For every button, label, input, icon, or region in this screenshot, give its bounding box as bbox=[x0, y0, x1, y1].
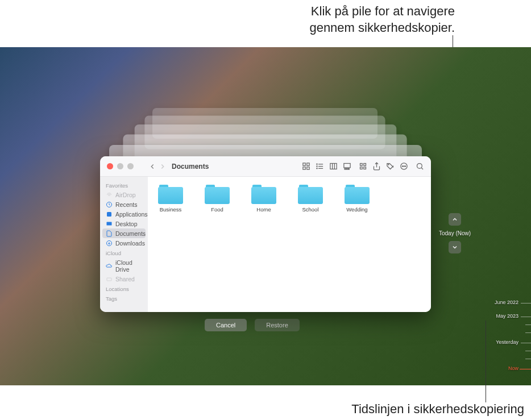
folder-label: Wedding bbox=[346, 206, 367, 213]
svg-rect-20 bbox=[363, 167, 366, 169]
maximize-button[interactable] bbox=[127, 163, 134, 169]
sidebar-item-documents[interactable]: Documents bbox=[102, 228, 146, 238]
sidebar-item-desktop[interactable]: Desktop bbox=[100, 219, 148, 228]
restore-button[interactable]: Restore bbox=[255, 319, 300, 331]
timeline-now-label: Now bbox=[508, 365, 518, 371]
svg-rect-13 bbox=[343, 164, 350, 168]
sidebar-item-applications[interactable]: Applications bbox=[100, 209, 148, 219]
svg-point-24 bbox=[402, 166, 403, 167]
svg-point-7 bbox=[316, 164, 317, 164]
svg-point-25 bbox=[403, 166, 404, 167]
sidebar-section-locations: Locations bbox=[100, 284, 148, 293]
svg-rect-15 bbox=[346, 168, 347, 169]
search-icon[interactable] bbox=[415, 162, 424, 171]
folder-item[interactable]: Food bbox=[200, 185, 234, 213]
svg-point-29 bbox=[109, 194, 110, 196]
svg-rect-3 bbox=[306, 167, 309, 169]
callout-timeline-text: Tidslinjen i sikkerhedskopiering bbox=[351, 402, 524, 417]
svg-rect-16 bbox=[348, 168, 349, 169]
svg-rect-19 bbox=[360, 167, 362, 169]
group-by-icon[interactable] bbox=[358, 162, 367, 171]
folder-item[interactable]: Business bbox=[154, 185, 188, 213]
svg-rect-17 bbox=[360, 164, 362, 166]
finder-titlebar: Documents bbox=[100, 156, 431, 177]
backup-timeline[interactable]: June 2022 May 2023 Yesterday Now bbox=[489, 297, 531, 385]
svg-rect-32 bbox=[107, 222, 112, 225]
svg-point-27 bbox=[417, 164, 422, 169]
view-icons-icon[interactable] bbox=[301, 162, 310, 171]
timeline-nav: Today (Now) bbox=[439, 213, 471, 253]
folder-label: Business bbox=[160, 206, 182, 213]
nav-back-icon[interactable] bbox=[148, 162, 157, 171]
time-machine-desktop: Documents bbox=[0, 47, 531, 385]
sidebar-item-airdrop[interactable]: AirDrop bbox=[100, 190, 148, 199]
svg-rect-18 bbox=[363, 164, 366, 166]
sidebar-section-tags: Tags bbox=[100, 293, 148, 303]
timeline-label: Yesterday bbox=[496, 339, 518, 345]
folder-icon bbox=[158, 185, 183, 204]
timeline-label: May 2023 bbox=[496, 313, 518, 319]
minimize-button[interactable] bbox=[117, 163, 123, 169]
folder-label: Home bbox=[256, 206, 271, 213]
svg-rect-0 bbox=[302, 163, 305, 165]
sidebar-item-icloud-drive[interactable]: iCloud Drive bbox=[100, 257, 148, 274]
folder-icon bbox=[298, 185, 323, 204]
finder-content[interactable]: Business Food Home School Wedding bbox=[148, 177, 431, 312]
folder-icon bbox=[205, 185, 230, 204]
svg-rect-35 bbox=[107, 278, 111, 281]
sidebar-section-favorites: Favorites bbox=[100, 180, 148, 190]
svg-rect-31 bbox=[107, 212, 111, 217]
finder-window: Documents bbox=[100, 156, 431, 312]
sidebar-item-shared[interactable]: Shared bbox=[100, 274, 148, 284]
svg-rect-10 bbox=[330, 164, 336, 169]
svg-point-26 bbox=[405, 166, 405, 167]
folder-label: Food bbox=[211, 206, 223, 213]
view-gallery-icon[interactable] bbox=[342, 162, 351, 171]
window-title: Documents bbox=[172, 163, 209, 171]
action-buttons: Cancel Restore bbox=[205, 319, 300, 331]
cancel-button[interactable]: Cancel bbox=[205, 319, 247, 331]
svg-point-22 bbox=[388, 164, 388, 165]
window-controls bbox=[100, 163, 148, 169]
share-icon[interactable] bbox=[372, 162, 381, 171]
callout-arrows-text: Klik på pile for at navigere gennem sikk… bbox=[222, 3, 455, 36]
folder-item[interactable]: Wedding bbox=[340, 185, 374, 213]
svg-point-8 bbox=[316, 166, 317, 167]
view-columns-icon[interactable] bbox=[329, 162, 338, 171]
svg-rect-1 bbox=[306, 163, 309, 165]
sidebar-section-icloud: iCloud bbox=[100, 248, 148, 257]
callout-timeline-leader bbox=[486, 321, 486, 402]
finder-sidebar: Favorites AirDrop Recents Applications D… bbox=[100, 177, 148, 312]
svg-line-28 bbox=[421, 168, 423, 169]
folder-item[interactable]: School bbox=[293, 185, 327, 213]
nav-down-arrow[interactable] bbox=[449, 241, 461, 253]
folder-label: School bbox=[302, 206, 318, 213]
folder-item[interactable]: Home bbox=[247, 185, 281, 213]
close-button[interactable] bbox=[107, 163, 113, 169]
nav-current-label: Today (Now) bbox=[439, 230, 471, 236]
nav-up-arrow[interactable] bbox=[449, 213, 461, 226]
nav-forward-icon[interactable] bbox=[158, 162, 167, 171]
tag-icon[interactable] bbox=[385, 162, 395, 171]
view-list-icon[interactable] bbox=[315, 162, 324, 171]
sidebar-item-recents[interactable]: Recents bbox=[100, 199, 148, 209]
folder-icon bbox=[251, 185, 276, 204]
more-icon[interactable] bbox=[399, 162, 408, 171]
svg-point-9 bbox=[316, 168, 317, 169]
timeline-label: June 2022 bbox=[495, 300, 518, 305]
folder-icon bbox=[345, 185, 370, 204]
svg-rect-2 bbox=[302, 167, 305, 169]
sidebar-item-downloads[interactable]: Downloads bbox=[100, 238, 148, 248]
svg-rect-14 bbox=[345, 168, 346, 169]
